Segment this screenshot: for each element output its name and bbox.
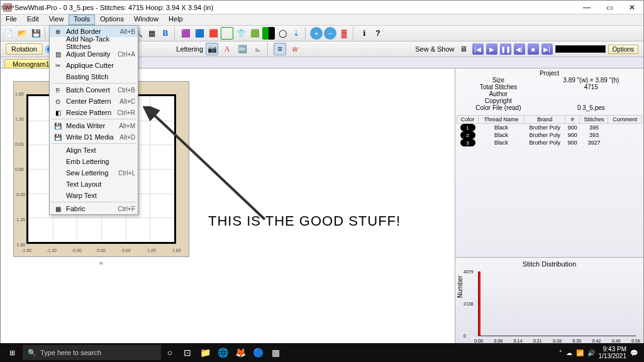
window-title: SewWhat-Pro - 0 3_5.pes - Stitches: 4715… [14, 4, 213, 11]
axis-unit: in [99, 261, 103, 265]
search-icon: 🔍 [28, 349, 36, 357]
needle-icon[interactable]: ⇣ [290, 27, 303, 40]
play-last-button[interactable]: ▶| [541, 43, 553, 55]
menu-item-basting-stitch[interactable]: Basting Stitch [50, 71, 138, 82]
menu-view[interactable]: View [44, 14, 69, 25]
stop-button[interactable]: ■ [528, 43, 539, 55]
tray-volume-icon[interactable]: 🔊 [587, 349, 595, 356]
playback-slider[interactable] [555, 45, 606, 53]
menu-window[interactable]: Window [129, 14, 164, 25]
menu-item-write-d1-media[interactable]: 💾Write D1 MediaAlt+D [50, 131, 138, 143]
help-icon[interactable]: ? [372, 27, 384, 40]
card-b-icon[interactable]: 🟦 [193, 27, 206, 40]
thread-table: ColorThread NameBrand#StitchesComment1Bl… [457, 115, 642, 146]
menu-file[interactable]: File [1, 14, 22, 25]
play-button[interactable]: ▶ [486, 43, 497, 55]
project-properties: Project Size3.89 "(w) × 3.89 "(h)Total S… [455, 69, 643, 148]
menu-item-center-pattern[interactable]: ⊙Center PatternAlt+C [50, 96, 138, 107]
start-button[interactable]: ⊞ [3, 343, 21, 362]
tools-menu-dropdown: ⊕Add BorderAlt+BAdd Nap-Tack Stitches▥Ad… [49, 25, 138, 215]
color-b-icon[interactable] [262, 27, 275, 40]
grid4-icon[interactable]: ▓ [338, 27, 350, 40]
explorer-icon[interactable]: 📁 [196, 344, 214, 361]
minimize-button[interactable]: — [575, 1, 598, 14]
card-a-icon[interactable]: 🟪 [179, 27, 192, 40]
play-first-button[interactable]: |◀ [472, 43, 484, 55]
menu-edit[interactable]: Edit [22, 14, 44, 25]
lettering-label: Lettering [176, 45, 203, 53]
grid-icon[interactable]: ▦ [145, 27, 158, 40]
hoop-icon[interactable]: ◯ [276, 27, 289, 40]
pause-button[interactable]: ❚❚ [500, 43, 511, 55]
app-icon: SWP [3, 3, 12, 12]
menu-item-align-text[interactable]: Align Text [50, 145, 138, 156]
menu-item-fabric[interactable]: ▦FabricCtrl+F [50, 203, 138, 214]
right-panel: Project Size3.89 "(w) × 3.89 "(h)Total S… [455, 69, 643, 351]
menubar: FileEditViewToolsOptionsWindowHelp [1, 14, 643, 26]
system-tray[interactable]: ˄ ☁ 📶 🔊 9:43 PM1/13/2021 💬 [559, 346, 642, 359]
letter-a4-icon[interactable]: ⎁ [251, 43, 264, 55]
letter-a3-icon[interactable]: 🔤 [236, 43, 248, 55]
app-taskbar-icon[interactable]: ▦ [267, 344, 284, 361]
tray-chevron-icon[interactable]: ˄ [559, 349, 562, 356]
windows-taskbar: ⊞ 🔍 Type here to search ○ ⊡ 📁 🌐 🦊 🔵 ▦ ˄ … [0, 343, 644, 362]
menu-item-media-writer[interactable]: 💾Media WriterAlt+M [50, 120, 138, 131]
titlebar: SWP SewWhat-Pro - 0 3_5.pes - Stitches: … [1, 1, 643, 14]
letter-a1-icon[interactable]: 📷 [206, 43, 218, 55]
shirt-icon[interactable]: 👕 [235, 27, 247, 40]
firefox-icon[interactable]: 🦊 [231, 344, 249, 361]
tray-cloud-icon[interactable]: ☁ [566, 349, 572, 356]
menu-tools[interactable]: Tools [69, 14, 95, 25]
sewshow-label: Sew & Show [415, 45, 454, 53]
app-window: SWP SewWhat-Pro - 0 3_5.pes - Stitches: … [0, 0, 644, 362]
save-icon[interactable]: 💾 [30, 27, 42, 40]
screen-icon[interactable]: 🖥 [457, 43, 470, 55]
close-button[interactable]: ✕ [621, 1, 643, 14]
menu-item-emb-lettering[interactable]: Emb Lettering [50, 156, 138, 167]
notifications-icon[interactable]: 💬 [630, 349, 638, 356]
new-icon[interactable]: 📄 [2, 27, 14, 40]
menu-help[interactable]: Help [164, 14, 188, 25]
border-icon[interactable] [221, 27, 233, 40]
tray-wifi-icon[interactable]: 📶 [576, 349, 584, 356]
project-heading: Project [457, 70, 642, 77]
menu-options[interactable]: Options [95, 14, 129, 25]
options-button[interactable]: Options [608, 45, 638, 54]
menu-item-warp-text[interactable]: Warp Text [50, 190, 138, 201]
open-icon[interactable]: 📂 [16, 27, 28, 40]
maximize-button[interactable]: ▭ [598, 1, 621, 14]
color-a-icon[interactable]: 🟩 [248, 27, 261, 40]
annotation-text: THIS IS THE GOOD STUFF! [208, 213, 401, 229]
rotation-button[interactable]: Rotation [6, 43, 43, 55]
search-placeholder: Type here to search [40, 349, 101, 356]
taskview-icon[interactable]: ⊡ [179, 344, 196, 361]
taskbar-search[interactable]: 🔍 Type here to search [23, 345, 161, 360]
menu-item-resize-pattern[interactable]: ◧Resize PatternCtrl+R [50, 107, 138, 118]
menu-item-add-nap-tack-stitches[interactable]: Add Nap-Tack Stitches [50, 37, 138, 48]
stitch-distribution-chart: Stitch Distribution Number 0.000.080.140… [455, 257, 643, 351]
about-icon[interactable]: ℹ [358, 27, 370, 40]
zoom-in-icon[interactable]: ＋ [310, 27, 323, 40]
step-back-button[interactable]: ◀| [514, 43, 525, 55]
edge-icon[interactable]: 🌐 [214, 344, 231, 361]
letter-a2-icon[interactable]: A [221, 43, 233, 55]
warp-icon[interactable]: w [289, 43, 301, 55]
chrome-icon[interactable]: 🔵 [249, 344, 267, 361]
menu-item-text-layout[interactable]: Text Layout [50, 178, 138, 190]
menu-item-sew-lettering[interactable]: Sew LetteringCtrl+L [50, 167, 138, 178]
zoom-out-icon[interactable]: － [324, 27, 336, 40]
card-c-icon[interactable]: 🟥 [207, 27, 219, 40]
textb-icon[interactable]: B [159, 27, 172, 40]
menu-item-batch-convert[interactable]: ⎘Batch ConvertCtrl+B [50, 84, 138, 96]
cortana-icon[interactable]: ○ [161, 344, 179, 361]
menu-item-applique-cutter[interactable]: ✂Applique Cutter [50, 60, 138, 71]
menu-item-adjust-density[interactable]: ▥Adjust DensityCtrl+A [50, 48, 138, 60]
align-icon[interactable]: ≡ [274, 43, 286, 55]
clock[interactable]: 9:43 PM1/13/2021 [599, 346, 627, 359]
